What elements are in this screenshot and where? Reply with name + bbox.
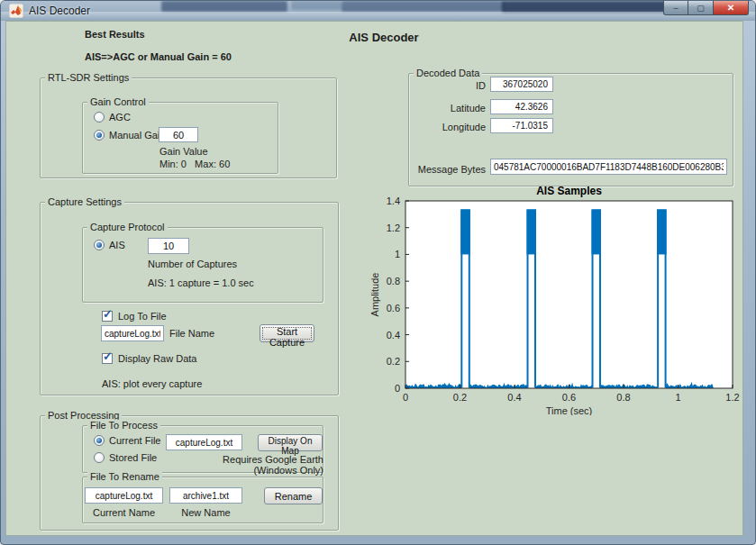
svg-text:0.4: 0.4 — [387, 330, 400, 341]
gain-summary-label: AIS=>AGC or Manual Gain = 60 — [85, 51, 232, 63]
num-captures-label: Number of Captures — [148, 259, 237, 270]
gain-value-input[interactable] — [159, 127, 198, 142]
id-label: ID — [415, 80, 486, 92]
window-title: AIS Decoder — [29, 5, 90, 17]
gain-value-label: Gain Value — [159, 146, 208, 158]
latitude-label: Latitude — [415, 103, 486, 114]
map-requirement-note-line1: Requires Google Earth — [217, 455, 323, 465]
svg-text:0.2: 0.2 — [387, 356, 400, 367]
map-requirement-note-line2: (Windows Only) — [217, 466, 323, 476]
svg-text:AIS Samples: AIS Samples — [536, 185, 602, 197]
manual-gain-label: Manual Gain — [109, 130, 165, 141]
decoded-data-title: Decoded Data — [414, 68, 482, 79]
longitude-label: Longitude — [415, 122, 486, 133]
num-captures-input[interactable] — [148, 238, 189, 254]
svg-text:1.2: 1.2 — [725, 392, 739, 403]
titlebar[interactable]: AIS Decoder – ▢ ✕ — [1, 1, 755, 21]
rename-button[interactable]: Rename — [264, 487, 323, 504]
agc-label: AGC — [109, 112, 131, 123]
svg-text:0: 0 — [403, 392, 408, 403]
process-file-input[interactable] — [166, 434, 242, 450]
rename-current-input[interactable] — [85, 487, 163, 504]
log-file-input[interactable] — [101, 325, 164, 341]
svg-text:0.2: 0.2 — [453, 392, 467, 403]
svg-text:0.8: 0.8 — [616, 392, 630, 403]
svg-text:0: 0 — [395, 383, 400, 394]
longitude-value-field[interactable] — [490, 118, 553, 133]
agc-radio[interactable] — [94, 112, 105, 123]
maximize-icon: ▢ — [697, 4, 705, 13]
svg-text:1.2: 1.2 — [387, 223, 400, 233]
display-raw-label: Display Raw Data — [118, 353, 196, 365]
titlebar-glass-reflection — [161, 1, 287, 12]
titlebar-glass-reflection — [342, 1, 504, 12]
current-file-label: Current File — [109, 435, 160, 447]
plot-note-label: AIS: plot every capture — [102, 378, 202, 390]
display-raw-checkbox[interactable]: ✓ — [102, 353, 113, 364]
close-icon: ✕ — [727, 3, 734, 13]
titlebar-shine — [1, 12, 755, 21]
current-name-label: Current Name — [85, 507, 163, 519]
svg-text:Amplitude: Amplitude — [370, 273, 380, 317]
ais-samples-chart: 00.20.40.60.811.200.20.40.60.811.21.4AIS… — [370, 183, 749, 415]
gain-control-title: Gain Control — [87, 96, 149, 108]
stored-file-label: Stored File — [109, 452, 157, 464]
svg-text:1: 1 — [395, 249, 400, 259]
matlab-app-icon — [9, 4, 23, 18]
window-controls: – ▢ ✕ — [663, 1, 749, 15]
svg-text:0.4: 0.4 — [507, 392, 521, 403]
log-to-file-label: Log To File — [118, 311, 167, 322]
svg-text:0.6: 0.6 — [387, 303, 400, 313]
maximize-button[interactable]: ▢ — [688, 1, 713, 15]
svg-text:0.6: 0.6 — [562, 392, 576, 403]
rtl-sdr-settings-title: RTL-SDR Settings — [45, 72, 132, 84]
current-file-radio[interactable] — [94, 435, 105, 446]
titlebar-glass-reflection — [291, 1, 342, 10]
capture-duration-note: AIS: 1 capture = 1.0 sec — [148, 277, 254, 289]
svg-text:0.8: 0.8 — [387, 276, 400, 286]
latitude-value-field[interactable] — [490, 99, 553, 114]
rename-new-input[interactable] — [169, 487, 242, 504]
minimize-button[interactable]: – — [663, 1, 688, 15]
page-title: AIS Decoder — [307, 32, 460, 43]
close-button[interactable]: ✕ — [713, 1, 749, 15]
svg-text:Time (sec): Time (sec) — [546, 405, 593, 415]
svg-text:1.4: 1.4 — [387, 195, 400, 206]
capture-protocol-title: Capture Protocol — [87, 222, 168, 233]
file-name-label: File Name — [169, 328, 214, 340]
minimize-icon: – — [673, 4, 678, 13]
capture-settings-title: Capture Settings — [45, 196, 124, 208]
ais-protocol-radio[interactable] — [94, 240, 105, 250]
message-bytes-field[interactable] — [490, 159, 727, 175]
id-value-field[interactable] — [490, 77, 553, 92]
display-on-map-button[interactable]: Display On Map — [258, 434, 323, 451]
svg-text:1: 1 — [675, 392, 680, 403]
best-results-label: Best Results — [85, 29, 145, 41]
gain-range-label: Min: 0 Max: 60 — [159, 159, 230, 170]
start-capture-button[interactable]: Start Capture — [260, 324, 314, 342]
new-name-label: New Name — [169, 507, 242, 519]
log-to-file-checkbox[interactable]: ✓ — [102, 311, 113, 322]
file-to-rename-title: File To Rename — [87, 471, 162, 483]
checkmark-icon: ✓ — [103, 308, 113, 320]
stored-file-radio[interactable] — [94, 452, 105, 463]
file-to-process-title: File To Process — [87, 420, 160, 431]
ais-protocol-label: AIS — [109, 240, 125, 251]
message-bytes-label: Message Bytes — [415, 164, 486, 176]
checkmark-icon: ✓ — [103, 350, 113, 362]
app-window: AIS Decoder – ▢ ✕ Best Results AIS=>AGC … — [0, 0, 756, 545]
manual-gain-radio[interactable] — [94, 130, 105, 141]
